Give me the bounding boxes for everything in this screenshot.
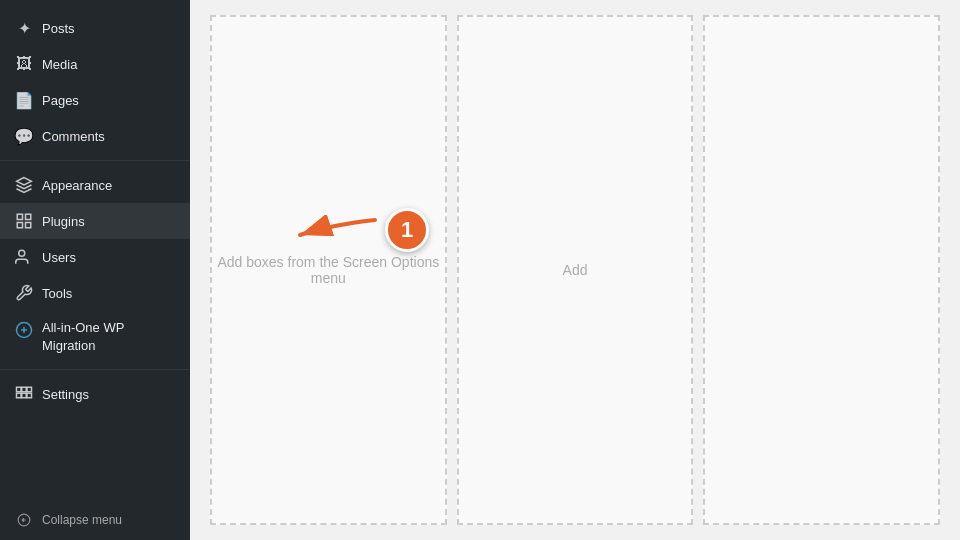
sidebar-item-media[interactable]: 🖼 Media [0, 46, 190, 82]
sidebar-item-posts[interactable]: ✦ Posts [0, 10, 190, 46]
sidebar-item-users[interactable]: Users [0, 239, 190, 275]
sidebar-item-label: Media [42, 57, 77, 72]
plugins-icon [14, 211, 34, 231]
col2-placeholder-text: Add [563, 262, 588, 278]
sidebar-item-label: Pages [42, 93, 79, 108]
sidebar-item-comments[interactable]: 💬 Comments [0, 118, 190, 154]
svg-rect-9 [17, 394, 22, 399]
svg-rect-11 [27, 394, 32, 399]
dashboard-col-2: Add [457, 15, 694, 525]
collapse-icon [14, 510, 34, 530]
sidebar-item-all-in-one-wp[interactable]: All-in-One WP Migration [0, 311, 190, 363]
dashboard-col-3 [703, 15, 940, 525]
comments-icon: 💬 [14, 126, 34, 146]
sidebar-item-label: Appearance [42, 178, 112, 193]
svg-rect-6 [17, 388, 22, 393]
sidebar-item-label: Posts [42, 21, 75, 36]
sidebar: ✦ Posts 🖼 Media 📄 Pages 💬 Comments Appea… [0, 0, 190, 540]
sidebar-item-appearance[interactable]: Appearance [0, 167, 190, 203]
pages-icon: 📄 [14, 90, 34, 110]
sidebar-item-label: Users [42, 250, 76, 265]
posts-icon: ✦ [14, 18, 34, 38]
svg-rect-10 [22, 394, 27, 399]
settings-icon [14, 384, 34, 404]
collapse-menu-label: Collapse menu [42, 513, 122, 527]
tools-icon [14, 283, 34, 303]
media-icon: 🖼 [14, 54, 34, 74]
sidebar-item-plugins[interactable]: Plugins [0, 203, 190, 239]
sidebar-item-label: All-in-One WP Migration [42, 319, 176, 355]
sidebar-item-settings[interactable]: Settings [0, 376, 190, 412]
users-icon [14, 247, 34, 267]
sidebar-item-tools[interactable]: Tools [0, 275, 190, 311]
sidebar-divider-2 [0, 369, 190, 370]
svg-rect-8 [27, 388, 32, 393]
svg-rect-3 [17, 223, 22, 228]
appearance-icon [14, 175, 34, 195]
svg-point-4 [19, 250, 25, 256]
svg-rect-1 [26, 214, 31, 219]
svg-rect-2 [26, 223, 31, 228]
sidebar-divider [0, 160, 190, 161]
step-badge-1: 1 [385, 208, 429, 252]
sidebar-item-label: Plugins [42, 214, 85, 229]
dashboard-columns: Add boxes from the Screen Options menu A… [190, 0, 960, 540]
main-content: Add boxes from the Screen Options menu A… [190, 0, 960, 540]
sidebar-item-pages[interactable]: 📄 Pages [0, 82, 190, 118]
sidebar-bottom: Collapse menu [0, 500, 190, 540]
svg-rect-0 [17, 214, 22, 219]
all-in-one-wp-icon [14, 320, 34, 340]
sidebar-item-label: Tools [42, 286, 72, 301]
sidebar-item-label: Settings [42, 387, 89, 402]
step-badge-number: 1 [401, 217, 413, 243]
collapse-menu-button[interactable]: Collapse menu [0, 500, 190, 540]
dashboard-col-1: Add boxes from the Screen Options menu [210, 15, 447, 525]
sidebar-item-label: Comments [42, 129, 105, 144]
col1-placeholder-text: Add boxes from the Screen Options menu [212, 254, 445, 286]
svg-rect-7 [22, 388, 27, 393]
